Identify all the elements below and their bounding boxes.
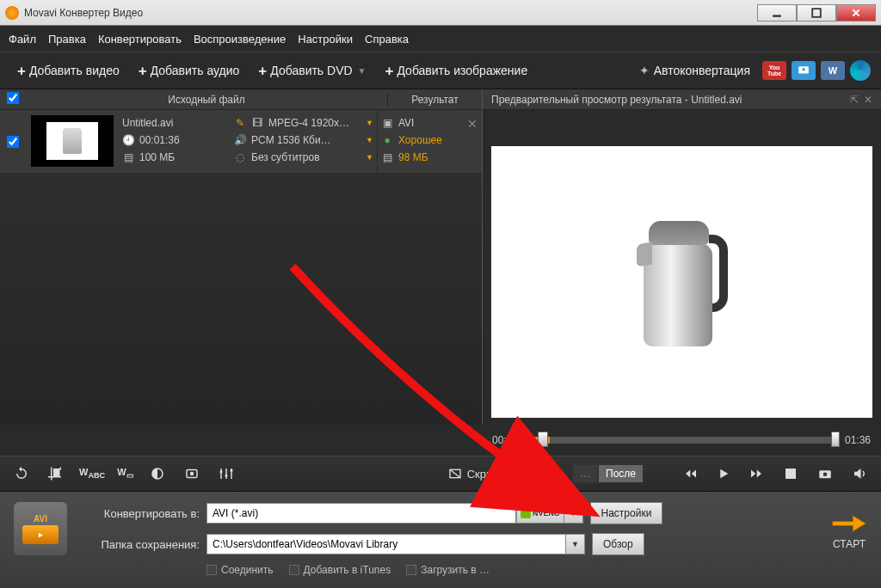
svg-rect-11 (786, 469, 796, 479)
format-dropdown-icon[interactable]: ▼ (564, 503, 583, 524)
volume-icon[interactable] (848, 462, 871, 485)
equalizer-icon[interactable] (215, 462, 237, 485)
file-source-size: 100 МБ (139, 151, 175, 163)
main-toolbar: +Добавить видео +Добавить аудио +Добавит… (0, 52, 881, 89)
format-combo[interactable] (206, 503, 516, 524)
file-list: Untitled.avi 🕘00:01:36 ▤100 МБ ✎🎞MPEG-4 … (0, 110, 482, 425)
convert-to-label: Конвертировать в: (79, 507, 200, 520)
after-tab[interactable]: После (598, 464, 644, 483)
add-dvd-button[interactable]: +Добавить DVD▼ (251, 60, 373, 82)
quality-dot-icon: ● (381, 134, 393, 146)
youtube-icon[interactable]: YouTube (762, 61, 786, 80)
menu-play[interactable]: Воспроизведение (194, 33, 286, 46)
file-row[interactable]: Untitled.avi 🕘00:01:36 ▤100 МБ ✎🎞MPEG-4 … (0, 110, 482, 174)
file-out-size[interactable]: 98 МБ (398, 151, 428, 163)
subtitles-dropdown[interactable]: ▼ (366, 153, 373, 162)
pencil-icon[interactable]: ✎ (234, 117, 246, 129)
window-title-text: Movavi Конвертер Видео (24, 7, 143, 19)
file-result-info: ▣AVI ●Хорошее ▤98 МБ (377, 110, 463, 173)
file-quality[interactable]: Хорошее (398, 134, 442, 146)
minimize-button[interactable] (757, 4, 797, 21)
window-titlebar: Movavi Конвертер Видео (0, 0, 881, 26)
browse-button[interactable]: Обзор (592, 533, 644, 555)
prev-frame-icon[interactable] (680, 462, 702, 485)
close-button[interactable] (836, 4, 876, 21)
snapshot-icon[interactable] (814, 462, 836, 485)
main-area: Untitled.avi 🕘00:01:36 ▤100 МБ ✎🎞MPEG-4 … (0, 110, 881, 425)
fullscreen-icon[interactable] (779, 462, 802, 485)
start-button[interactable]: СТАРТ (831, 512, 867, 550)
disk-out-icon: ▤ (381, 151, 393, 163)
timeline-start: 00:00 (492, 434, 518, 446)
reel-icon[interactable] (850, 60, 871, 81)
crop-icon[interactable] (45, 462, 67, 485)
menu-edit[interactable]: Правка (48, 33, 86, 46)
preview-image (635, 217, 730, 346)
play-icon[interactable] (712, 462, 735, 485)
before-tab[interactable]: … (572, 464, 598, 483)
file-remove-icon[interactable]: ✕ (463, 110, 482, 173)
output-device-icon[interactable]: AVI ▸ (14, 502, 67, 555)
video-format-dropdown[interactable]: ▼ (366, 119, 373, 127)
file-format-info: ✎🎞MPEG-4 1920x…▼ 🔊PCM 1536 Кби…▼ ◌Без су… (231, 110, 377, 173)
rotate-icon[interactable] (10, 462, 33, 485)
next-frame-icon[interactable] (745, 462, 767, 485)
bottom-panel: AVI ▸ Конвертировать в: NVENC ▼ Настройк… (0, 492, 881, 586)
menu-bar: Файл Правка Конвертировать Воспроизведен… (0, 26, 881, 52)
window-title: Movavi Конвертер Видео (5, 6, 143, 20)
file-name: Untitled.avi (122, 117, 173, 129)
facebook-icon[interactable] (792, 61, 816, 80)
preview-pane (482, 110, 881, 425)
svg-point-7 (219, 470, 222, 473)
add-video-button[interactable]: +Добавить видео (10, 60, 126, 82)
before-after-toggle[interactable]: … После (572, 464, 644, 483)
autoconvert-button[interactable]: ✦ Автоконвертация (631, 60, 757, 81)
svg-point-8 (225, 475, 227, 477)
menu-file[interactable]: Файл (9, 33, 36, 46)
format-settings-button[interactable]: Настройки (590, 502, 663, 524)
convert-to-row: Конвертировать в: NVENC ▼ Настройки (79, 502, 812, 524)
save-to-label: Папка сохранения: (79, 538, 200, 551)
watermark-image-icon[interactable]: W▭ (117, 467, 133, 480)
menu-help[interactable]: Справка (365, 33, 409, 46)
file-thumbnail (31, 115, 114, 167)
menu-convert[interactable]: Конвертировать (98, 33, 182, 46)
device-icon: ▣ (381, 117, 393, 129)
subtitles-icon: ◌ (234, 151, 246, 163)
file-out-container: AVI (398, 117, 414, 129)
timeline-slider[interactable] (525, 437, 838, 444)
save-to-row: Папка сохранения: ▼ Обзор (79, 533, 812, 555)
audio-format-dropdown[interactable]: ▼ (366, 136, 373, 144)
start-label: СТАРТ (833, 538, 866, 550)
menu-settings[interactable]: Настройки (298, 33, 353, 46)
file-checkbox[interactable] (7, 136, 19, 148)
timeline-end: 01:36 (845, 434, 871, 446)
save-path-dropdown-icon[interactable]: ▼ (566, 534, 585, 554)
save-path-input[interactable] (206, 534, 566, 554)
timeline-knob[interactable] (538, 432, 548, 447)
column-headers: Исходный файл Результат Предварительный … (0, 89, 881, 110)
watermark-text-icon[interactable]: WABC (79, 467, 105, 480)
join-checkbox[interactable]: Соединить (206, 564, 274, 576)
disk-icon: ▤ (122, 151, 134, 163)
timeline-row: 00:00 01:36 (0, 425, 881, 456)
pin-icon[interactable]: ⇱ (850, 94, 859, 106)
upload-checkbox[interactable]: Загрузить в … (406, 564, 490, 576)
file-source-info: Untitled.avi 🕘00:01:36 ▤100 МБ (119, 110, 231, 173)
timeline-endmark[interactable] (831, 432, 840, 447)
add-image-button[interactable]: +Добавить изображение (379, 60, 535, 82)
nvenc-badge[interactable]: NVENC (516, 503, 564, 524)
select-all-checkbox[interactable] (7, 92, 19, 104)
share-icons: YouTube W (762, 60, 871, 81)
maximize-button[interactable] (797, 4, 836, 21)
add-audio-button[interactable]: +Добавить аудио (132, 60, 247, 82)
vk-icon[interactable]: W (821, 61, 845, 80)
svg-rect-1 (812, 9, 821, 17)
svg-point-6 (189, 472, 194, 476)
brightness-icon[interactable] (146, 462, 169, 485)
header-result: Результат (387, 94, 482, 106)
hide-player-button[interactable]: Скрыть плеер (448, 467, 539, 481)
itunes-checkbox[interactable]: Добавить в iTunes (289, 564, 391, 576)
stabilize-icon[interactable] (181, 462, 203, 485)
preview-close-icon[interactable]: ✕ (864, 94, 872, 106)
